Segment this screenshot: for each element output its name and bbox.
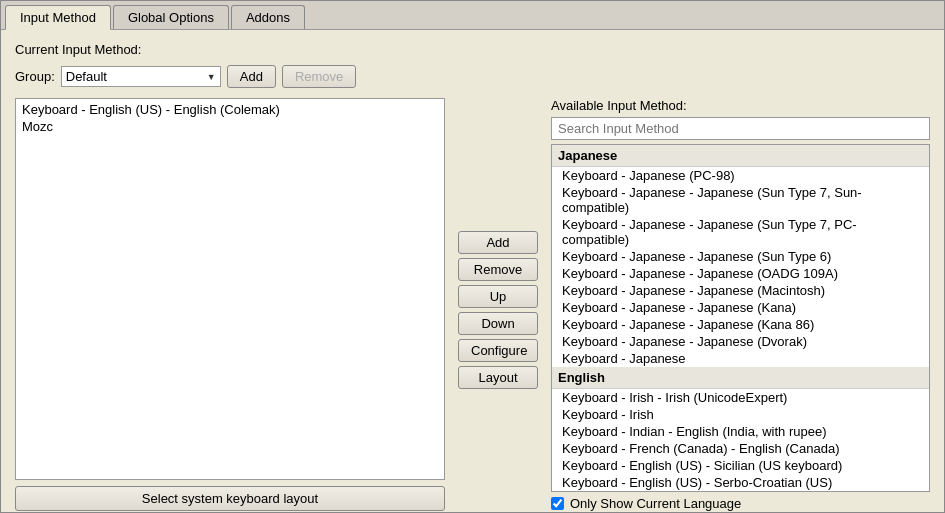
add-group-button[interactable]: Add xyxy=(227,65,276,88)
list-item[interactable]: Mozc xyxy=(18,118,442,135)
main-window: Input Method Global Options Addons Curre… xyxy=(0,0,945,513)
avail-item[interactable]: Keyboard - French (Canada) - English (Ca… xyxy=(552,440,929,457)
avail-item[interactable]: Keyboard - Japanese xyxy=(552,350,929,367)
add-method-button[interactable]: Add xyxy=(458,231,538,254)
only-show-label: Only Show Current Language xyxy=(570,496,741,511)
left-panel: Keyboard - English (US) - English (Colem… xyxy=(15,98,445,511)
select-keyboard-btn-container: Select system keyboard layout xyxy=(15,486,445,511)
main-area: Keyboard - English (US) - English (Colem… xyxy=(15,98,930,511)
group-select-wrapper: Default xyxy=(61,66,221,87)
avail-item[interactable]: Keyboard - English (US) - Serbo-Croatian… xyxy=(552,474,929,491)
avail-item[interactable]: Keyboard - Japanese - Japanese (Sun Type… xyxy=(552,216,929,248)
avail-item[interactable]: Keyboard - Japanese - Japanese (Sun Type… xyxy=(552,184,929,216)
group-row: Group: Default Add Remove xyxy=(15,65,930,88)
avail-item[interactable]: Keyboard - Japanese - Japanese (Dvorak) xyxy=(552,333,929,350)
available-label: Available Input Method: xyxy=(551,98,930,113)
avail-item[interactable]: Keyboard - Japanese - Japanese (Macintos… xyxy=(552,282,929,299)
middle-buttons: Add Remove Up Down Configure Layout xyxy=(453,98,543,511)
group-select[interactable]: Default xyxy=(61,66,221,87)
avail-item[interactable]: Keyboard - English (US) - Sicilian (US k… xyxy=(552,457,929,474)
current-method-list[interactable]: Keyboard - English (US) - English (Colem… xyxy=(15,98,445,480)
avail-item[interactable]: Keyboard - Japanese (PC-98) xyxy=(552,167,929,184)
down-button[interactable]: Down xyxy=(458,312,538,335)
tab-input-method[interactable]: Input Method xyxy=(5,5,111,30)
remove-group-button[interactable]: Remove xyxy=(282,65,356,88)
content-area: Current Input Method: Group: Default Add… xyxy=(1,30,944,513)
tab-addons[interactable]: Addons xyxy=(231,5,305,29)
avail-item[interactable]: Keyboard - Indian - English (India, with… xyxy=(552,423,929,440)
avail-item[interactable]: Keyboard - Irish xyxy=(552,406,929,423)
avail-item[interactable]: Keyboard - Japanese - Japanese (Kana 86) xyxy=(552,316,929,333)
avail-item[interactable]: Keyboard - Japanese - Japanese (OADG 109… xyxy=(552,265,929,282)
avail-item[interactable]: Keyboard - Japanese - Japanese (Kana) xyxy=(552,299,929,316)
group-english-header: English xyxy=(552,367,929,389)
avail-item[interactable]: Keyboard - Irish - Irish (UnicodeExpert) xyxy=(552,389,929,406)
checkbox-row: Only Show Current Language xyxy=(551,496,930,511)
group-label: Group: xyxy=(15,69,55,84)
search-input[interactable] xyxy=(551,117,930,140)
configure-button[interactable]: Configure xyxy=(458,339,538,362)
list-item[interactable]: Keyboard - English (US) - English (Colem… xyxy=(18,101,442,118)
avail-item[interactable]: Keyboard - Japanese - Japanese (Sun Type… xyxy=(552,248,929,265)
up-button[interactable]: Up xyxy=(458,285,538,308)
tab-bar: Input Method Global Options Addons xyxy=(1,1,944,30)
tab-global-options[interactable]: Global Options xyxy=(113,5,229,29)
available-list[interactable]: Japanese Keyboard - Japanese (PC-98) Key… xyxy=(551,144,930,492)
current-input-method-label: Current Input Method: xyxy=(15,42,930,57)
right-panel: Available Input Method: Japanese Keyboar… xyxy=(551,98,930,511)
layout-button[interactable]: Layout xyxy=(458,366,538,389)
only-show-checkbox[interactable] xyxy=(551,497,564,510)
remove-method-button[interactable]: Remove xyxy=(458,258,538,281)
select-keyboard-button[interactable]: Select system keyboard layout xyxy=(15,486,445,511)
group-japanese-header: Japanese xyxy=(552,145,929,167)
